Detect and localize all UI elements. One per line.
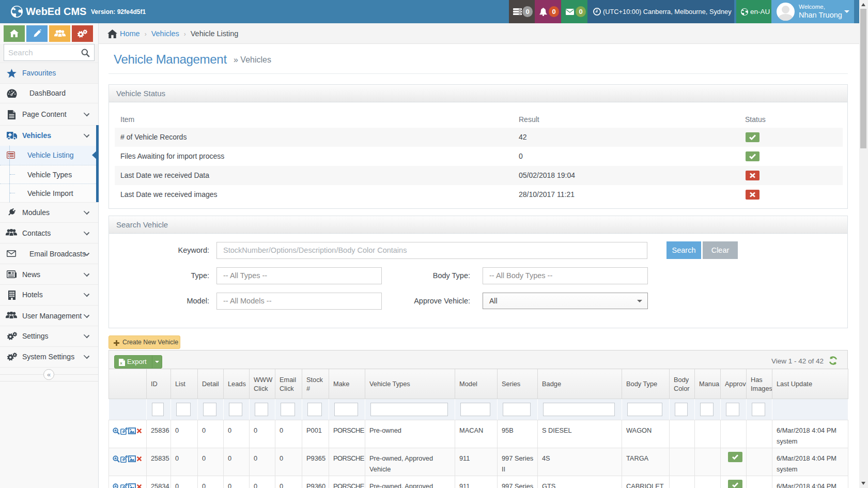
svg-text:x: x xyxy=(120,361,122,365)
